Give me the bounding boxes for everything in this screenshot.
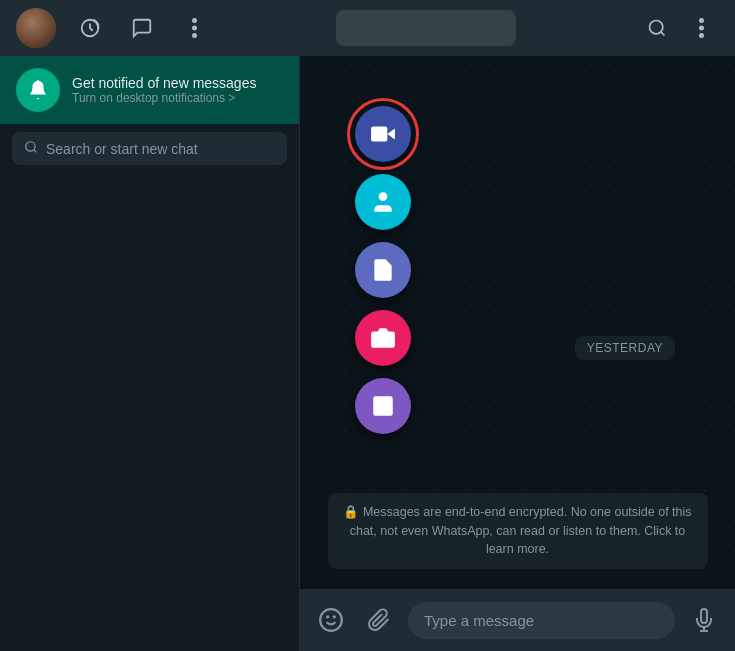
svg-point-6: [699, 26, 704, 31]
svg-point-1: [192, 18, 197, 23]
svg-point-12: [379, 335, 388, 344]
yesterday-label: YESTERDAY: [575, 336, 675, 360]
encryption-notice-text: 🔒 Messages are end-to-end encrypted. No …: [343, 505, 691, 557]
chats-icon-btn[interactable]: [124, 10, 160, 46]
nav-center: [228, 10, 623, 46]
fab-document[interactable]: [355, 242, 411, 298]
search-icon-btn[interactable]: [639, 10, 675, 46]
main-body: Get notified of new messages Turn on des…: [0, 56, 735, 651]
message-input[interactable]: [424, 612, 659, 629]
encryption-notice[interactable]: 🔒 Messages are end-to-end encrypted. No …: [328, 493, 708, 569]
notif-subtitle[interactable]: Turn on desktop notifications >: [72, 91, 256, 105]
user-avatar[interactable]: [16, 8, 56, 48]
sidebar: Get notified of new messages Turn on des…: [0, 56, 300, 651]
search-input-wrap[interactable]: [12, 132, 287, 165]
nav-right: [639, 10, 719, 46]
fab-contact[interactable]: [355, 174, 411, 230]
attach-button[interactable]: [360, 601, 398, 639]
message-input-wrap[interactable]: [408, 602, 675, 639]
search-bar: [0, 124, 299, 173]
notification-text: Get notified of new messages Turn on des…: [72, 75, 256, 105]
svg-point-2: [192, 26, 197, 31]
fab-gallery[interactable]: [355, 378, 411, 434]
chat-content: YESTERDAY 🔒 Messages are end-to-end encr…: [300, 56, 735, 589]
chat-more-icon-btn[interactable]: [683, 10, 719, 46]
emoji-button[interactable]: [312, 601, 350, 639]
mic-button[interactable]: [685, 601, 723, 639]
status-icon-btn[interactable]: [72, 10, 108, 46]
video-call-highlight-ring: [347, 98, 419, 170]
fab-camera[interactable]: [355, 310, 411, 366]
svg-point-3: [192, 33, 197, 38]
svg-point-5: [699, 18, 704, 23]
svg-point-9: [26, 142, 35, 151]
top-nav: [0, 0, 735, 56]
notif-title: Get notified of new messages: [72, 75, 256, 91]
svg-point-14: [378, 401, 381, 404]
svg-point-7: [699, 33, 704, 38]
input-bar: [300, 589, 735, 651]
menu-icon-btn[interactable]: [176, 10, 212, 46]
notification-banner[interactable]: Get notified of new messages Turn on des…: [0, 56, 299, 124]
svg-point-4: [650, 21, 663, 34]
fab-video-call[interactable]: [355, 106, 411, 162]
search-icon: [24, 140, 38, 157]
notification-icon-circle: [16, 68, 60, 112]
chat-list-area: [0, 173, 299, 651]
yesterday-badge: YESTERDAY: [575, 336, 675, 360]
fab-stack: [355, 106, 411, 434]
chat-panel: YESTERDAY 🔒 Messages are end-to-end encr…: [300, 56, 735, 651]
svg-point-15: [320, 609, 342, 631]
svg-point-11: [379, 192, 388, 201]
search-input[interactable]: [46, 141, 275, 157]
contact-name-block[interactable]: [336, 10, 516, 46]
